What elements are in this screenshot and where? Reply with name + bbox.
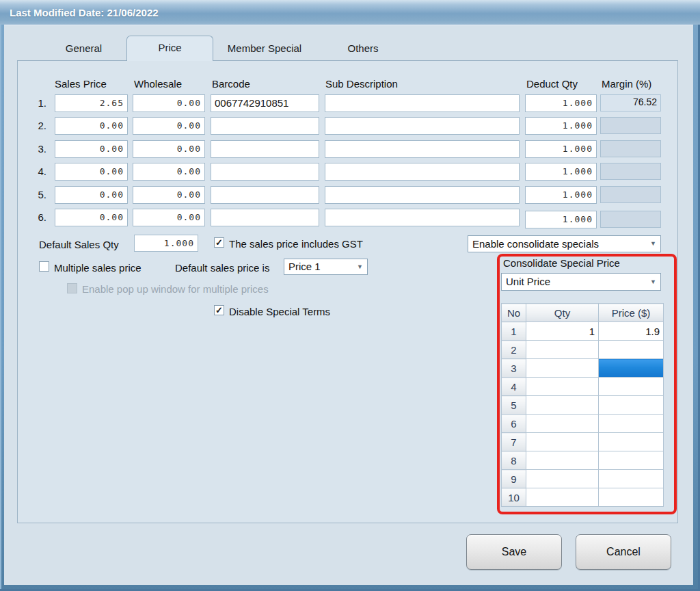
default-sales-price-value: Price 1 bbox=[288, 261, 321, 272]
consolidate-specials-dropdown[interactable]: Enable consolidate specials ▼ bbox=[468, 235, 661, 252]
row-number: 4. bbox=[31, 166, 46, 177]
margin-value-3 bbox=[600, 140, 661, 157]
tab-others[interactable]: Others bbox=[316, 36, 410, 60]
popup-window-checkbox bbox=[67, 283, 77, 293]
default-sales-qty-input[interactable]: 1.000 bbox=[134, 235, 198, 252]
qty-cell[interactable] bbox=[526, 378, 599, 396]
wholesale-input-2[interactable]: 0.00 bbox=[133, 117, 205, 135]
gst-checkbox[interactable]: ✓ bbox=[214, 237, 224, 248]
price-cell[interactable] bbox=[599, 433, 664, 451]
table-row: 8 bbox=[502, 451, 664, 470]
qty-cell[interactable] bbox=[526, 451, 599, 470]
sub-description-input-5[interactable] bbox=[325, 186, 520, 204]
row-header: 10 bbox=[502, 488, 526, 507]
qty-cell[interactable] bbox=[526, 415, 599, 433]
table-row: 9 bbox=[502, 470, 664, 488]
disable-special-terms-checkbox[interactable]: ✓ bbox=[214, 305, 224, 315]
deduct-qty-input-5[interactable]: 1.000 bbox=[525, 186, 597, 204]
sales-price-input-4[interactable]: 0.00 bbox=[55, 163, 128, 181]
sub-description-input-4[interactable] bbox=[325, 163, 520, 181]
sales-price-input-5[interactable]: 0.00 bbox=[55, 186, 128, 204]
barcode-input-4[interactable] bbox=[211, 163, 319, 181]
unit-price-value: Unit Price bbox=[506, 276, 550, 287]
dialog-window: Last Modified Date: 21/06/2022 General P… bbox=[0, 0, 700, 591]
row-number: 5. bbox=[31, 189, 46, 200]
qty-cell[interactable] bbox=[526, 396, 599, 415]
deduct-qty-input-1[interactable]: 1.000 bbox=[525, 94, 597, 112]
price-cell[interactable] bbox=[599, 415, 664, 433]
wholesale-input-6[interactable]: 0.00 bbox=[133, 209, 205, 226]
margin-value-2 bbox=[600, 117, 661, 134]
qty-cell[interactable] bbox=[526, 359, 599, 378]
wholesale-input-1[interactable]: 0.00 bbox=[133, 94, 205, 112]
sub-description-input-1[interactable] bbox=[325, 94, 520, 112]
cancel-button[interactable]: Cancel bbox=[576, 534, 671, 570]
qty-cell[interactable] bbox=[526, 433, 599, 451]
barcode-input-6[interactable] bbox=[211, 209, 319, 226]
row-number: 1. bbox=[31, 97, 46, 109]
qty-cell[interactable] bbox=[526, 470, 599, 488]
price-cell[interactable] bbox=[599, 378, 664, 396]
sales-price-input-1[interactable]: 2.65 bbox=[55, 94, 128, 112]
tab-member-special[interactable]: Member Special bbox=[213, 36, 316, 60]
unit-price-dropdown[interactable]: Unit Price ▼ bbox=[501, 273, 661, 291]
consolidate-panel-title: Consolidate Special Price bbox=[503, 257, 620, 269]
col-header-sales-price: Sales Price bbox=[55, 78, 107, 90]
wholesale-input-5[interactable]: 0.00 bbox=[133, 186, 205, 204]
deduct-qty-input-2[interactable]: 1.000 bbox=[525, 117, 597, 135]
margin-value-6 bbox=[600, 211, 661, 228]
margin-value-1: 76.52 bbox=[600, 94, 661, 111]
tab-price[interactable]: Price bbox=[126, 36, 213, 61]
price-cell[interactable] bbox=[599, 488, 664, 507]
default-sales-price-dropdown[interactable]: Price 1 ▼ bbox=[284, 259, 368, 275]
qty-cell[interactable]: 1 bbox=[526, 322, 599, 341]
price-cell[interactable] bbox=[599, 341, 664, 359]
table-header-no: No bbox=[502, 304, 526, 322]
multiple-sales-price-checkbox[interactable] bbox=[39, 261, 49, 272]
popup-window-label: Enable pop up window for multiple prices bbox=[82, 283, 269, 295]
sub-description-input-6[interactable] bbox=[325, 209, 520, 226]
barcode-input-1[interactable]: 0067742910851 bbox=[211, 94, 319, 112]
table-row: 3 bbox=[502, 359, 664, 378]
sub-description-input-3[interactable] bbox=[325, 140, 520, 158]
chevron-down-icon: ▼ bbox=[650, 274, 656, 290]
table-row: 7 bbox=[502, 433, 664, 451]
deduct-qty-input-4[interactable]: 1.000 bbox=[525, 163, 597, 181]
barcode-input-3[interactable] bbox=[211, 140, 319, 158]
price-cell[interactable] bbox=[599, 396, 664, 415]
price-cell[interactable] bbox=[599, 470, 664, 488]
deduct-qty-input-6[interactable]: 1.000 bbox=[525, 211, 597, 228]
check-icon: ✓ bbox=[215, 306, 224, 315]
sub-description-input-2[interactable] bbox=[325, 117, 520, 135]
price-cell[interactable] bbox=[599, 451, 664, 470]
save-button[interactable]: Save bbox=[466, 534, 562, 570]
qty-cell[interactable] bbox=[526, 341, 599, 359]
sales-price-input-3[interactable]: 0.00 bbox=[55, 140, 128, 158]
wholesale-input-3[interactable]: 0.00 bbox=[133, 140, 205, 158]
table-header-qty: Qty bbox=[526, 304, 599, 322]
wholesale-input-4[interactable]: 0.00 bbox=[133, 163, 205, 181]
table-row: 10 bbox=[502, 488, 664, 507]
price-cell[interactable]: 1.9 bbox=[599, 322, 664, 341]
col-header-barcode: Barcode bbox=[212, 78, 250, 90]
chevron-down-icon: ▼ bbox=[650, 236, 656, 252]
gst-checkbox-label: The sales price includes GST bbox=[229, 238, 363, 250]
margin-value-4 bbox=[600, 163, 661, 180]
sales-price-input-2[interactable]: 0.00 bbox=[55, 117, 128, 135]
row-number: 3. bbox=[31, 143, 46, 155]
title-bar: Last Modified Date: 21/06/2022 bbox=[0, 0, 700, 25]
price-cell-selected[interactable] bbox=[599, 359, 664, 378]
barcode-input-2[interactable] bbox=[211, 117, 319, 135]
table-header-row: No Qty Price ($) bbox=[502, 304, 664, 322]
tab-general[interactable]: General bbox=[41, 36, 126, 60]
barcode-input-5[interactable] bbox=[211, 186, 319, 204]
col-header-sub-description: Sub Description bbox=[325, 78, 398, 90]
sales-price-input-6[interactable]: 0.00 bbox=[55, 209, 128, 226]
row-header: 2 bbox=[502, 341, 526, 359]
deduct-qty-input-3[interactable]: 1.000 bbox=[525, 140, 597, 158]
disable-special-terms-label: Disable Special Terms bbox=[229, 306, 330, 317]
multiple-sales-price-label: Multiple sales price bbox=[54, 262, 142, 274]
col-header-margin: Margin (%) bbox=[602, 78, 651, 90]
qty-cell[interactable] bbox=[526, 488, 599, 507]
row-header: 3 bbox=[502, 359, 526, 378]
